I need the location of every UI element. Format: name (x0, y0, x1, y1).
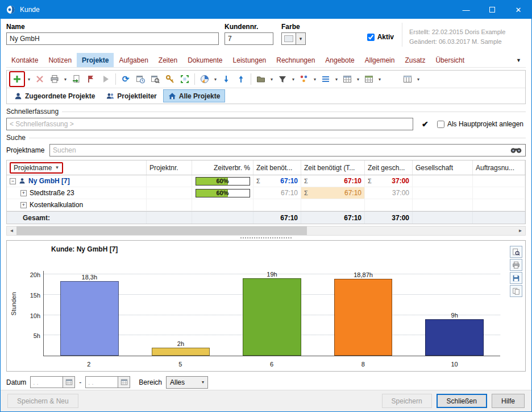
tab-zusatz[interactable]: Zusatz (400, 53, 430, 67)
flag-button[interactable] (84, 72, 98, 86)
filter-button[interactable] (276, 72, 289, 86)
key-button[interactable] (163, 72, 177, 86)
calendar-grid-button[interactable] (362, 72, 376, 86)
table-row[interactable]: + Kostenkalkulation (7, 199, 525, 211)
horizontal-scrollbar[interactable]: ◄ ► (6, 226, 526, 236)
sort-desc-button[interactable] (219, 72, 233, 86)
column-header-projektname[interactable]: Projektname ▼ (7, 160, 147, 175)
play-button[interactable] (99, 72, 113, 86)
chart-bar[interactable] (152, 348, 210, 356)
panel-splitter[interactable] (6, 236, 526, 240)
print-dropdown-caret[interactable]: ▾ (63, 77, 68, 82)
table-dropdown-caret[interactable]: ▾ (355, 77, 361, 82)
date-to-input[interactable] (85, 376, 118, 388)
column-header-zeit-benoetigt-t[interactable]: Zeit benötigt (T... (301, 160, 365, 175)
color-dropdown-button[interactable]: ▾ (296, 32, 306, 45)
table-row[interactable]: + Stedtstraße 23 60% 67:10 Σ 67:10 (7, 187, 525, 199)
columns-button[interactable] (401, 72, 414, 86)
scrollbar-thumb[interactable] (16, 226, 307, 235)
folder-dropdown-caret[interactable]: ▾ (269, 77, 275, 82)
table-button[interactable] (340, 72, 354, 86)
chart-preview-button[interactable] (510, 246, 522, 258)
scroll-left-button[interactable]: ◄ (7, 226, 16, 235)
name-input[interactable] (6, 32, 219, 45)
pie-chart-button[interactable] (198, 72, 211, 86)
date-from-input[interactable] (30, 376, 63, 388)
column-header-gesellschaft[interactable]: Gesellschaft (413, 160, 473, 175)
color-swatch[interactable] (281, 32, 296, 45)
chart-bar[interactable] (425, 319, 484, 356)
refresh-button[interactable]: ⟳ (119, 72, 132, 86)
save-button[interactable]: Speichern (382, 394, 432, 408)
column-header-auftragsnummer[interactable]: Auftragsnu... (473, 160, 525, 175)
chart-print-button[interactable] (510, 259, 522, 271)
filter-dropdown-caret[interactable]: ▾ (290, 77, 296, 82)
view-assigned-button[interactable]: Zugeordnete Projekte (9, 89, 100, 102)
save-new-button[interactable]: Speichern & Neu (7, 394, 78, 408)
expand-expander[interactable]: + (20, 190, 27, 196)
minimize-button[interactable]: — (453, 1, 479, 19)
scroll-right-button[interactable]: ► (516, 226, 525, 235)
export-button[interactable] (69, 72, 83, 86)
chart-bar[interactable] (243, 278, 301, 356)
sum-icon[interactable]: Σ (256, 178, 260, 184)
help-button[interactable]: Hilfe (492, 394, 525, 408)
chart-copy-button[interactable] (510, 285, 522, 297)
view-leader-button[interactable]: Projektleiter (101, 89, 161, 102)
tab-angebote[interactable]: Angebote (320, 53, 359, 67)
delete-button[interactable] (33, 72, 47, 86)
table-row[interactable]: − Ny GmbH [7] 60% Σ 67:10 Σ 6 (7, 175, 525, 187)
quick-entry-input[interactable] (6, 118, 413, 130)
tab-projekte[interactable]: Projekte (77, 53, 114, 67)
scrollbar-track[interactable] (307, 226, 516, 235)
tab-aufgaben[interactable]: Aufgaben (114, 53, 153, 67)
sort-asc-button[interactable] (234, 72, 248, 86)
lines-button[interactable] (319, 72, 332, 86)
group-dropdown-caret[interactable]: ▾ (312, 77, 318, 82)
column-header-zeitverbrauch[interactable]: Zeitverbr. % (192, 160, 253, 175)
confirm-button[interactable]: ✔ (418, 118, 433, 130)
sum-icon[interactable]: Σ (304, 178, 308, 184)
calendar-clock-button[interactable] (134, 72, 147, 86)
lines-dropdown-caret[interactable]: ▾ (334, 77, 339, 82)
tab-overflow-button[interactable]: ▼ (512, 53, 526, 67)
kundennr-input[interactable] (225, 32, 273, 45)
maximize-button[interactable] (479, 1, 505, 19)
add-dropdown-caret[interactable]: ▾ (26, 77, 32, 82)
chart-bar[interactable] (334, 279, 393, 356)
tab-leistungen[interactable]: Leistungen (228, 53, 272, 67)
tab-zeiten[interactable]: Zeiten (153, 53, 182, 67)
chart-bar[interactable] (60, 281, 119, 356)
hauptprojekt-checkbox[interactable] (437, 121, 444, 128)
group-button[interactable] (297, 72, 311, 86)
print-button[interactable] (48, 72, 61, 86)
calendar-dropdown-caret[interactable]: ▾ (377, 77, 383, 82)
column-header-projektnr[interactable]: Projektnr. (147, 160, 192, 175)
tab-dokumente[interactable]: Dokumente (182, 53, 227, 67)
tab-uebersicht[interactable]: Übersicht (430, 53, 469, 67)
chart-save-button[interactable] (510, 272, 522, 284)
close-button[interactable]: ✕ (505, 1, 531, 19)
search-input[interactable] (49, 144, 526, 156)
bereich-select[interactable]: Alles ▾ (166, 376, 208, 389)
close-dialog-button[interactable]: Schließen (437, 394, 487, 408)
add-button[interactable] (10, 72, 24, 86)
pie-dropdown-caret[interactable]: ▾ (213, 77, 218, 82)
calendar-search-button[interactable] (148, 72, 162, 86)
tab-rechnungen[interactable]: Rechnungen (271, 53, 320, 67)
aktiv-checkbox[interactable] (367, 34, 375, 41)
column-header-zeit-benoetigt[interactable]: Zeit benöt... (253, 160, 301, 175)
sum-icon[interactable]: Σ (368, 178, 372, 184)
date-to-calendar-button[interactable] (118, 376, 130, 388)
view-all-button[interactable]: Alle Projekte (163, 89, 226, 102)
tab-allgemein[interactable]: Allgemein (360, 53, 400, 67)
columns-dropdown-caret[interactable]: ▾ (415, 77, 421, 82)
tab-kontakte[interactable]: Kontakte (6, 53, 43, 67)
tab-notizen[interactable]: Notizen (43, 53, 77, 67)
color-picker[interactable]: ▾ (281, 32, 306, 45)
collapse-expander[interactable]: − (10, 178, 16, 184)
sum-icon[interactable]: Σ (304, 189, 308, 196)
column-header-zeit-geschaetzt[interactable]: Zeit gesch... (365, 160, 413, 175)
crop-button[interactable] (178, 72, 192, 86)
folder-button[interactable] (254, 72, 268, 86)
